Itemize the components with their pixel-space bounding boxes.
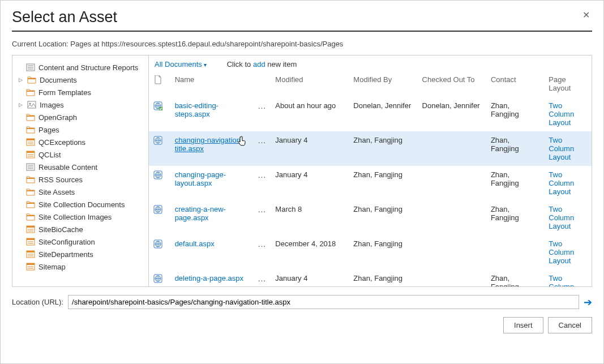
col-modified[interactable]: Modified [271, 72, 349, 97]
col-name[interactable]: Name [170, 72, 253, 97]
aspx-page-icon [153, 274, 162, 283]
cell-checked-out [418, 131, 486, 166]
tree-item[interactable]: SiteBioCache [16, 223, 145, 235]
table-header-row: Name Modified Modified By Checked Out To… [149, 72, 592, 97]
list-orange-icon [26, 138, 35, 147]
breadcrumb-text: Pages at https://resources.sptest16.depa… [70, 40, 343, 48]
cell-contact [486, 235, 544, 269]
expand-icon[interactable]: ▷ [17, 102, 24, 108]
list-toolbar: All Documents ▾ Click to add new item [149, 55, 592, 72]
file-name-link[interactable]: basic-editing-steps.aspx [175, 101, 219, 118]
col-checked-out[interactable]: Checked Out To [418, 72, 486, 97]
svg-rect-5 [27, 91, 35, 92]
page-layout-link[interactable]: Two Column Layout [549, 136, 574, 161]
page-layout-link[interactable]: Two Column Layout [549, 205, 574, 230]
svg-point-7 [29, 103, 31, 105]
header-divider [12, 31, 592, 32]
folder-tree[interactable]: Content and Structure Reports▷DocumentsF… [12, 55, 149, 286]
tree-item[interactable]: RSS Sources [16, 173, 145, 186]
item-menu-button[interactable]: … [258, 273, 267, 283]
tree-item[interactable]: Form Templates [16, 86, 145, 99]
breadcrumb: Current Location: Pages at https://resou… [12, 40, 592, 48]
main-panel: Content and Structure Reports▷DocumentsF… [12, 55, 592, 287]
col-contact[interactable]: Contact [486, 72, 544, 97]
tree-item[interactable]: QCList [16, 148, 145, 161]
tree-item[interactable]: SiteDepartments [16, 248, 145, 260]
report-icon [26, 63, 35, 72]
tree-item-label: OpenGraph [38, 113, 77, 122]
file-list-area[interactable]: All Documents ▾ Click to add new item Na… [149, 55, 592, 286]
cell-checked-out: Donelan, Jennifer [418, 97, 486, 131]
item-menu-button[interactable]: … [258, 204, 267, 214]
dialog-footer: Insert Cancel [12, 317, 592, 333]
expand-icon[interactable]: ▷ [17, 77, 24, 83]
cell-checked-out [418, 200, 486, 235]
file-name-link[interactable]: creating-a-new-page.aspx [175, 205, 226, 222]
close-icon[interactable]: ✕ [580, 8, 592, 22]
tree-item[interactable]: ▷Images [16, 99, 145, 111]
go-arrow-icon[interactable]: ➔ [584, 296, 592, 309]
view-selector[interactable]: All Documents ▾ [155, 60, 209, 68]
cell-modified: March 8 [271, 200, 349, 235]
location-input[interactable] [68, 295, 579, 309]
tree-item-label: Content and Structure Reports [38, 63, 138, 72]
add-link[interactable]: add [253, 60, 265, 68]
item-menu-button[interactable]: … [258, 135, 267, 145]
tree-item-label: Documents [40, 76, 77, 84]
tree-item[interactable]: QCExceptions [16, 136, 145, 148]
cell-contact: Zhan, Fangjing [486, 97, 544, 131]
tree-item[interactable]: OpenGraph [16, 111, 145, 123]
cell-modified: January 4 [271, 166, 349, 200]
table-row[interactable]: changing-navigation-title.aspx…January 4… [149, 131, 592, 166]
cell-checked-out [418, 269, 486, 286]
dialog-title: Select an Asset [12, 8, 117, 26]
page-layout-link[interactable]: Two Column Layout [549, 170, 574, 196]
select-asset-dialog: Select an Asset ✕ Current Location: Page… [0, 0, 604, 364]
table-row[interactable]: changing-page-layout.aspx…January 4Zhan,… [149, 166, 592, 200]
svg-rect-15 [27, 151, 35, 153]
table-row[interactable]: creating-a-new-page.aspx…March 8Zhan, Fa… [149, 200, 592, 235]
file-name-link[interactable]: deleting-a-page.aspx [175, 274, 243, 282]
col-type-icon[interactable] [149, 72, 170, 97]
breadcrumb-prefix: Current Location: [12, 40, 70, 48]
tree-item-label: Form Templates [38, 88, 91, 97]
table-row[interactable]: deleting-a-page.aspx…January 4Zhan, Fang… [149, 269, 592, 286]
cell-modified-by: Donelan, Jennifer [349, 97, 417, 131]
table-row[interactable]: default.aspx…December 4, 2018Zhan, Fangj… [149, 235, 592, 269]
cell-modified-by: Zhan, Fangjing [349, 200, 417, 235]
aspx-page-icon [153, 170, 162, 179]
folder-orange-icon [26, 88, 35, 97]
item-menu-button[interactable]: … [258, 101, 267, 110]
cancel-button[interactable]: Cancel [548, 317, 592, 333]
page-layout-link[interactable]: Two Column Layout [549, 101, 574, 127]
tree-item-label: Sitemap [38, 263, 66, 271]
item-menu-button[interactable]: … [258, 170, 267, 179]
page-layout-link[interactable]: Two Column Layout [549, 239, 574, 265]
tree-item[interactable]: Site Collection Documents [16, 198, 145, 211]
view-label: All Documents [155, 60, 202, 68]
tree-item[interactable]: Pages [16, 123, 145, 136]
col-page-layout[interactable]: Page Layout [544, 72, 592, 97]
cell-checked-out [418, 166, 486, 200]
tree-item[interactable]: Site Assets [16, 186, 145, 198]
file-name-link[interactable]: default.aspx [175, 239, 215, 248]
tree-item[interactable]: SiteConfiguration [16, 235, 145, 248]
cell-modified-by: Zhan, Fangjing [349, 235, 417, 269]
svg-rect-31 [27, 238, 35, 240]
item-menu-button[interactable]: … [258, 239, 267, 249]
tree-item[interactable]: Sitemap [16, 260, 145, 273]
folder-orange-icon [27, 75, 36, 84]
col-modified-by[interactable]: Modified By [349, 72, 417, 97]
file-name-link[interactable]: changing-page-layout.aspx [175, 170, 226, 187]
insert-button[interactable]: Insert [503, 317, 543, 333]
tree-item[interactable]: Reusable Content [16, 161, 145, 173]
tree-item[interactable]: Content and Structure Reports [16, 61, 145, 74]
page-layout-link[interactable]: Two Column Layout [549, 274, 574, 286]
cell-modified-by: Zhan, Fangjing [349, 269, 417, 286]
tree-item[interactable]: ▷Documents [16, 74, 145, 86]
file-name-link[interactable]: changing-navigation-title.aspx [175, 136, 243, 153]
tree-item[interactable]: Site Collection Images [16, 211, 145, 223]
table-row[interactable]: basic-editing-steps.aspx…About an hour a… [149, 97, 592, 131]
tree-item-label: QCExceptions [38, 138, 85, 147]
click-to-text: Click to [227, 60, 253, 68]
